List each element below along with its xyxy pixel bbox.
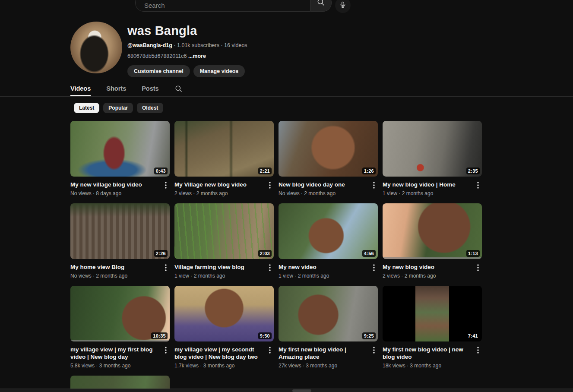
video-title[interactable]: My new video [279, 263, 367, 271]
search-button[interactable] [310, 0, 332, 12]
video-info: my village view | my secondt blog video … [174, 346, 274, 369]
video-title[interactable]: New blog video day one [279, 181, 367, 188]
tab-posts[interactable]: Posts [142, 85, 159, 96]
video-info: My new blog video | Home 1 view · 2 mont… [383, 181, 482, 196]
kebab-menu-icon[interactable] [370, 346, 378, 354]
duration-badge: 10:35 [151, 332, 168, 339]
watch-progress-bar [70, 340, 170, 341]
kebab-menu-icon[interactable] [474, 346, 482, 354]
filter-chips: Latest Popular Oldest [74, 103, 573, 113]
video-title[interactable]: My first new blog video | new blog video [383, 346, 472, 360]
video-info: New blog video day one No views · 2 mont… [279, 181, 378, 196]
kebab-menu-icon[interactable] [162, 346, 170, 354]
video-thumbnail[interactable]: 2:21 [174, 121, 274, 177]
kebab-menu-icon[interactable] [474, 263, 482, 272]
video-thumbnail[interactable]: 4:56 [279, 203, 378, 259]
video-info: My first new blog video | Amazing place … [279, 346, 378, 369]
video-card: 7:41 My first new blog video | new blog … [383, 286, 482, 369]
duration-badge: 1:13 [466, 250, 480, 257]
kebab-menu-icon[interactable] [370, 181, 378, 190]
video-meta: 5.8k views · 3 months ago [70, 363, 159, 369]
kebab-menu-icon[interactable] [474, 181, 482, 190]
channel-handle: @wasBangla-d1g [127, 42, 172, 48]
duration-badge: 9:50 [258, 332, 272, 339]
mic-button[interactable] [335, 0, 351, 13]
search-input[interactable] [135, 0, 310, 12]
video-info: My home view Blog No views · 2 months ag… [70, 263, 170, 279]
video-info: My new video 1 view · 2 months ago [279, 263, 378, 279]
manage-videos-button[interactable]: Manage videos [193, 65, 245, 77]
tab-shorts[interactable]: Shorts [106, 85, 126, 96]
duration-badge: 1:26 [362, 168, 376, 174]
video-title[interactable]: My new blog video | Home [383, 181, 472, 188]
video-thumbnail[interactable]: 9:50 [174, 286, 274, 341]
video-info: My Village new blog video 2 views · 2 mo… [174, 181, 274, 196]
video-title[interactable]: my village view | my first blog video | … [70, 346, 159, 360]
kebab-menu-icon[interactable] [266, 181, 274, 190]
channel-tabs: Videos Shorts Posts [70, 84, 573, 96]
video-title[interactable]: My new blog video [383, 263, 472, 271]
channel-subline: · 1.01k subscribers · 16 videos [174, 42, 247, 48]
chip-latest[interactable]: Latest [74, 103, 99, 113]
customise-channel-button[interactable]: Customise channel [127, 65, 190, 77]
video-meta: 1 view · 2 months ago [383, 190, 472, 196]
video-thumbnail[interactable]: 2:26 [70, 203, 170, 259]
video-title[interactable]: My new village blog video [70, 181, 159, 188]
video-meta: 1.7k views · 3 months ago [174, 363, 263, 369]
youtube-channel-page: was Bangla @wasBangla-d1g · 1.01k subscr… [0, 0, 573, 392]
video-meta: 2 views · 2 months ago [174, 190, 263, 196]
video-card: 1:13 My new blog video 2 views · 2 month… [383, 203, 482, 279]
video-title[interactable]: My first new blog video | Amazing place [279, 346, 367, 360]
more-button[interactable]: ...more [188, 53, 206, 59]
search-icon [317, 0, 325, 8]
duration-badge: 2:35 [466, 168, 480, 174]
video-title[interactable]: my village view | my secondt blog video … [174, 346, 263, 360]
video-title[interactable]: My home view Blog [70, 263, 159, 271]
video-thumbnail[interactable]: 1:26 [279, 121, 378, 177]
video-thumbnail[interactable]: 1:13 [383, 203, 482, 259]
video-card: 9:25 My first new blog video | Amazing p… [279, 286, 378, 369]
video-grid: 0:43 My new village blog video No views … [70, 121, 482, 392]
mic-icon [339, 1, 347, 10]
video-info: Village farming view blog 1 view · 2 mon… [174, 263, 274, 279]
video-info: My new blog video 2 views · 2 months ago [383, 263, 482, 279]
channel-actions: Customise channel Manage videos [127, 65, 247, 77]
watch-progress-bar [383, 257, 482, 259]
kebab-menu-icon[interactable] [266, 263, 274, 272]
video-info: My first new blog video | new blog video… [383, 346, 482, 369]
horizontal-scrollbar-thumb[interactable] [292, 389, 311, 392]
video-title[interactable]: My Village new blog video [174, 181, 263, 188]
channel-meta-line: @wasBangla-d1g · 1.01k subscribers · 16 … [127, 42, 247, 48]
video-card: 10:35 my village view | my first blog vi… [70, 286, 170, 369]
kebab-menu-icon[interactable] [266, 346, 274, 354]
video-thumbnail[interactable]: 0:43 [70, 121, 170, 177]
duration-badge: 9:25 [362, 332, 376, 339]
duration-badge: 7:41 [466, 332, 480, 339]
kebab-menu-icon[interactable] [162, 263, 170, 272]
duration-badge: 2:21 [258, 168, 272, 174]
chip-oldest[interactable]: Oldest [137, 103, 163, 113]
horizontal-scrollbar[interactable] [0, 389, 573, 392]
kebab-menu-icon[interactable] [370, 263, 378, 272]
video-meta: 1 view · 2 months ago [279, 273, 367, 279]
kebab-menu-icon[interactable] [162, 181, 170, 190]
video-card: 2:03 Village farming view blog 1 view · … [174, 203, 274, 279]
video-thumbnail[interactable]: 2:03 [174, 203, 274, 259]
search-box [135, 0, 332, 12]
video-card: 0:43 My new village blog video No views … [70, 121, 170, 196]
video-thumbnail[interactable]: 9:25 [279, 286, 378, 341]
video-thumbnail[interactable]: 2:35 [383, 121, 482, 177]
video-thumbnail[interactable]: 7:41 [383, 286, 482, 341]
tabs-divider [0, 96, 573, 97]
channel-avatar[interactable] [70, 22, 122, 73]
video-card: 2:35 My new blog video | Home 1 view · 2… [383, 121, 482, 196]
video-info: My new village blog video No views · 8 d… [70, 181, 170, 196]
channel-info: was Bangla @wasBangla-d1g · 1.01k subscr… [127, 22, 247, 77]
chip-popular[interactable]: Popular [103, 103, 133, 113]
channel-description: 680678db5d67882011c6 ...more [127, 53, 247, 59]
tab-videos[interactable]: Videos [70, 85, 91, 96]
channel-header: was Bangla @wasBangla-d1g · 1.01k subscr… [0, 12, 573, 77]
tab-search-icon[interactable] [174, 85, 183, 96]
video-thumbnail[interactable]: 10:35 [70, 286, 170, 341]
video-title[interactable]: Village farming view blog [174, 263, 263, 271]
